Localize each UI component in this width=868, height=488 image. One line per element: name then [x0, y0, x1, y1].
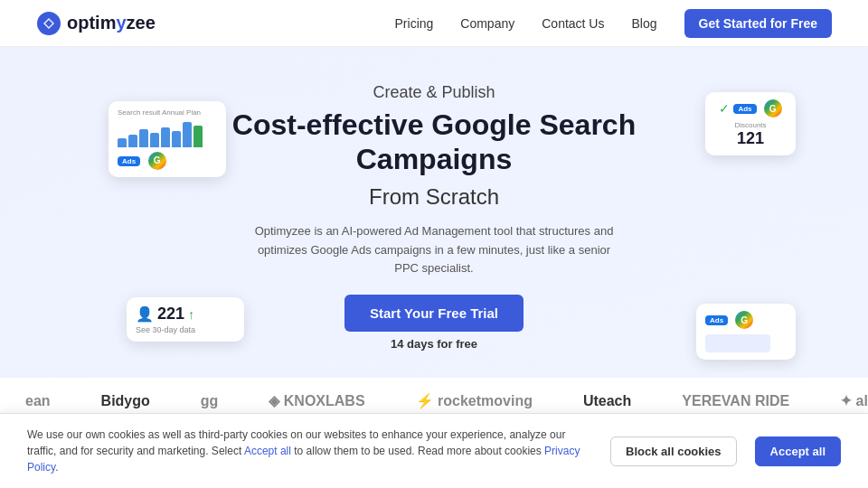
logo-uteach: Uteach — [558, 393, 656, 409]
hero-subtitle: Create & Publish — [163, 83, 705, 102]
hero-card-performance: Ads G — [696, 304, 796, 360]
bar — [128, 135, 137, 147]
nav-contact[interactable]: Contact Us — [542, 16, 604, 31]
ads-badge-bottom: Ads — [705, 315, 728, 325]
hero-trial-text: 14 days for free — [163, 337, 705, 351]
bar — [118, 138, 127, 147]
nav-pricing[interactable]: Pricing — [395, 16, 434, 31]
block-cookies-button[interactable]: Block all cookies — [610, 436, 737, 466]
google-icon-bottom: G — [735, 311, 753, 329]
logo-icon — [36, 11, 61, 36]
logo-ean: ean — [0, 393, 76, 409]
google-icon-right: G — [764, 99, 782, 117]
check-icon: ✓ — [719, 101, 730, 116]
logo[interactable]: optimyzee — [36, 11, 156, 36]
hero-cta-button[interactable]: Start Your Free Trial — [344, 295, 524, 332]
nav-blog[interactable]: Blog — [631, 16, 656, 31]
bar — [139, 129, 148, 147]
logo-gg: gg — [175, 393, 244, 409]
hero-description: Optimyzee is an AI-powered Ad Management… — [244, 222, 624, 278]
hero-card-discounts: ✓ Ads G Discounts 121 — [705, 92, 796, 155]
logo-allclean: ✦ allclean° — [815, 392, 868, 409]
navbar: optimyzee Pricing Company Contact Us Blo… — [0, 0, 868, 47]
nav-cta-button[interactable]: Get Started for Free — [684, 9, 832, 38]
logo-bidygo: Bidygo — [76, 393, 175, 409]
logo-knoxlabs: ◈ KNOXLABS — [243, 392, 390, 409]
hero-title2: From Scratch — [163, 184, 705, 210]
hero-section: Search result Annual Plan Ads G ✓ Ads G … — [0, 47, 868, 378]
logo-rocketmoving: ⚡ rocketmoving — [391, 392, 558, 409]
nav-links: Pricing Company Contact Us Blog Get Star… — [395, 9, 832, 38]
ads-badge-right: Ads — [733, 104, 756, 114]
logo-text: optimyzee — [67, 13, 156, 33]
logo-yerevan: YEREVAN RIDE — [656, 393, 815, 409]
nav-company[interactable]: Company — [460, 16, 514, 31]
bar — [150, 133, 159, 147]
cookie-text: We use our own cookies as well as third-… — [27, 427, 592, 475]
cookie-accept-link[interactable]: Accept all — [244, 445, 291, 457]
ads-badge: Ads — [118, 156, 140, 166]
hero-content: Create & Publish Cost-effective Google S… — [163, 83, 705, 351]
accept-cookies-button[interactable]: Accept all — [755, 436, 841, 466]
cookie-banner: We use our own cookies as well as third-… — [0, 413, 868, 488]
hero-title: Cost-effective Google Search Campaigns — [163, 108, 705, 177]
